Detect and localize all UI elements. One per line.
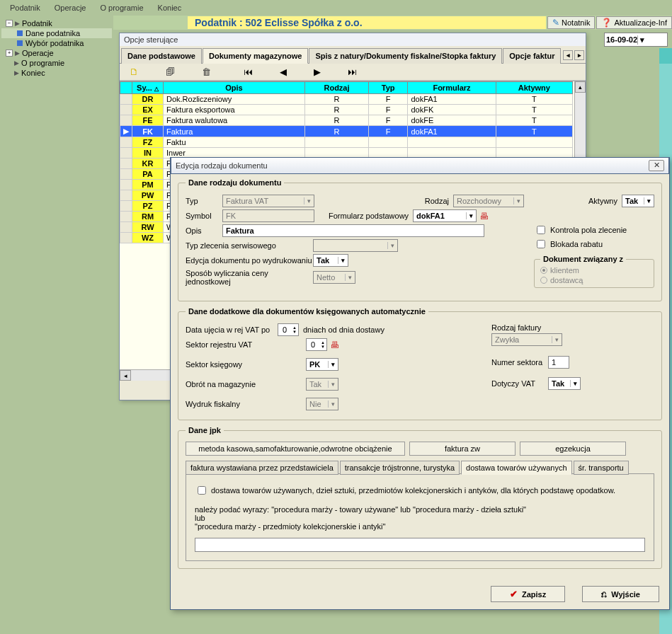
sposob-combo[interactable]: Netto ▾ bbox=[313, 271, 355, 284]
chevron-down-icon[interactable]: ▾ bbox=[345, 274, 352, 281]
menu-operacje[interactable]: Operacje bbox=[47, 1, 93, 14]
obrot-combo[interactable]: Tak ▾ bbox=[306, 378, 338, 391]
chevron-down-icon[interactable]: ▾ bbox=[328, 381, 335, 388]
last-icon[interactable]: ⏭ bbox=[342, 65, 363, 79]
table-row[interactable]: FEFaktura walutowaRFdokFET bbox=[120, 115, 573, 126]
page-title: Podatnik : 502 Eclisse Spółka z o.o. bbox=[188, 16, 546, 29]
typ-combo[interactable]: Faktura VAT ▾ bbox=[222, 195, 314, 207]
typ-zlecenia-combo[interactable]: ▾ bbox=[313, 239, 398, 252]
next-icon[interactable]: ▶ bbox=[308, 65, 326, 79]
tree-operacje[interactable]: + ▶ Operacje bbox=[1, 48, 112, 58]
col-aktywny[interactable]: Aktywny bbox=[496, 82, 572, 94]
jpk-tab-dostawa[interactable]: dostawa towarów używanych bbox=[461, 461, 571, 475]
first-icon[interactable]: ⏮ bbox=[238, 65, 258, 79]
dotyczy-vat-combo[interactable]: Tak ▾ bbox=[548, 377, 581, 390]
edycja-dok-combo[interactable]: Tak ▾ bbox=[313, 254, 348, 267]
scroll-left-icon[interactable]: ◂ bbox=[120, 370, 131, 381]
checkbox-input[interactable] bbox=[198, 486, 206, 495]
checkbox-kontrola[interactable]: Kontrola pola zlecenie bbox=[534, 224, 654, 236]
jpk-btn-faktura-zw[interactable]: faktura zw bbox=[409, 442, 516, 456]
radio-icon bbox=[540, 267, 547, 274]
formularz-combo[interactable]: dokFA1 ▾ bbox=[413, 209, 477, 222]
table-row[interactable]: ▶FKFakturaRFdokFA1T bbox=[120, 126, 573, 137]
expand-icon[interactable]: + bbox=[6, 50, 13, 57]
menu-oprog[interactable]: O programie bbox=[93, 1, 150, 14]
prev-icon[interactable]: ◀ bbox=[274, 65, 292, 79]
sektor-ksiegowy-combo[interactable]: PK ▾ bbox=[306, 358, 338, 371]
tab-scroll-right[interactable]: ▸ bbox=[574, 50, 584, 60]
menu-podatnik[interactable]: Podatnik bbox=[3, 1, 47, 14]
zapisz-button[interactable]: ✔ Zapisz bbox=[491, 586, 565, 602]
table-row[interactable]: EXFaktura eksportowaRFdokFKT bbox=[120, 105, 573, 115]
tree-koniec[interactable]: ▶ Koniec bbox=[1, 68, 112, 78]
close-icon[interactable]: ✕ bbox=[649, 160, 664, 171]
tab-dokumenty-magazynowe[interactable]: Dokumenty magazynowe bbox=[203, 48, 308, 64]
rodzaj-combo[interactable]: Rozchodowy ▾ bbox=[453, 195, 524, 207]
sektor-rejestru-spin[interactable]: ▲▼ bbox=[306, 338, 327, 351]
spin-input[interactable] bbox=[307, 340, 319, 350]
opis-field[interactable]: Faktura bbox=[222, 224, 484, 237]
tree-oprogramie[interactable]: ▶ O programie bbox=[1, 58, 112, 68]
printer-icon[interactable]: 🖶 bbox=[479, 211, 489, 221]
tab-dane-podstawowe[interactable]: Dane podstawowe bbox=[121, 48, 202, 64]
aktualizacje-button[interactable]: ❓ Aktualizacje-Inf bbox=[596, 16, 672, 29]
col-typ[interactable]: Typ bbox=[369, 82, 408, 94]
chevron-down-icon[interactable]: ▾ bbox=[387, 242, 394, 249]
menu-koniec[interactable]: Koniec bbox=[151, 1, 189, 14]
scroll-up-icon[interactable]: ▴ bbox=[575, 81, 586, 93]
symbol-field[interactable]: FK bbox=[222, 209, 314, 222]
data-ujecia-spin[interactable]: ▲▼ bbox=[278, 323, 299, 336]
jpk-tab-transakcje[interactable]: transakcje trójstronne, turystyka bbox=[340, 461, 460, 475]
cell-sym: FK bbox=[132, 126, 164, 137]
collapse-icon[interactable]: − bbox=[6, 20, 13, 27]
numer-sektora-field[interactable]: 1 bbox=[548, 356, 569, 369]
chevron-down-icon[interactable]: ▾ bbox=[552, 336, 559, 343]
tab-scroll-left[interactable]: ◂ bbox=[563, 50, 573, 60]
rodzaj-faktury-combo[interactable]: Zwykła ▾ bbox=[491, 333, 562, 346]
row-marker bbox=[120, 158, 132, 169]
spin-down-icon[interactable]: ▼ bbox=[292, 330, 297, 334]
jpk-btn-metoda[interactable]: metoda kasowa,samofakturowanie,odwrotne … bbox=[186, 442, 405, 456]
col-sym[interactable]: Sy... △ bbox=[132, 82, 164, 94]
aktywny-combo[interactable]: Tak ▾ bbox=[622, 195, 654, 207]
jpk-tab-faktura-wyst[interactable]: faktura wystawiana przez przedstawiciela bbox=[186, 461, 338, 475]
jpk-btn-egzekucja[interactable]: egzekucja bbox=[520, 442, 626, 456]
col-opis[interactable]: Opis bbox=[164, 82, 305, 94]
col-formularz[interactable]: Formularz bbox=[408, 82, 496, 94]
col-rodzaj[interactable]: Rodzaj bbox=[305, 82, 369, 94]
tree-wybor-podatnika[interactable]: Wybór podatnika bbox=[1, 38, 112, 48]
checkbox-blokada[interactable]: Blokada rabatu bbox=[534, 238, 654, 250]
delete-icon[interactable]: 🗑 bbox=[196, 65, 217, 79]
tree-dane-podatnika[interactable]: Dane podatnika bbox=[1, 28, 112, 38]
printer-icon[interactable]: 🖶 bbox=[330, 340, 339, 350]
spin-down-icon[interactable]: ▼ bbox=[321, 345, 325, 349]
date-field[interactable]: 16-09-02 ▾ bbox=[604, 33, 668, 47]
jpk-tab-sr-transportu[interactable]: śr. transportu bbox=[574, 461, 629, 475]
tab-opcje-faktur[interactable]: Opcje faktur bbox=[503, 48, 561, 64]
table-row[interactable]: FZFaktu bbox=[120, 137, 573, 148]
cell-sym: KR bbox=[132, 158, 164, 169]
chevron-down-icon[interactable]: ▾ bbox=[338, 257, 345, 264]
spin-input[interactable] bbox=[278, 325, 291, 335]
tree-podatnik[interactable]: − ▶ Podatnik bbox=[1, 18, 112, 28]
chevron-down-icon[interactable]: ▾ bbox=[513, 197, 520, 204]
wydruk-combo[interactable]: Nie ▾ bbox=[306, 398, 338, 410]
notatnik-button[interactable]: ✎ Notatnik bbox=[547, 16, 595, 29]
chevron-down-icon[interactable]: ▾ bbox=[304, 197, 311, 204]
chevron-down-icon[interactable]: ▾ bbox=[328, 361, 335, 368]
wyjscie-button[interactable]: ⎌ Wyjście bbox=[582, 586, 659, 602]
edit-doc-icon[interactable]: 🗐 bbox=[160, 65, 181, 79]
chevron-down-icon[interactable]: ▾ bbox=[466, 212, 473, 219]
checkbox-input[interactable] bbox=[537, 240, 545, 248]
tab-spis-z-natury[interactable]: Spis z natury/Dokumenty fiskalne/Stopka … bbox=[309, 48, 502, 64]
chevron-down-icon[interactable]: ▾ bbox=[644, 197, 651, 204]
chevron-down-icon[interactable]: ▾ bbox=[637, 35, 644, 45]
radio-label: dostawcą bbox=[550, 276, 583, 284]
jpk-input[interactable] bbox=[195, 538, 645, 552]
checkbox-input[interactable] bbox=[537, 226, 545, 234]
new-doc-icon[interactable]: 🗋 bbox=[124, 65, 144, 79]
checkbox-dostawa[interactable]: dostawa towarów używanych, dzieł sztuki,… bbox=[195, 484, 645, 497]
chevron-down-icon[interactable]: ▾ bbox=[570, 380, 577, 387]
table-row[interactable]: DRDok.RozliczeniowyRFdokFA1T bbox=[120, 94, 573, 105]
chevron-down-icon[interactable]: ▾ bbox=[328, 400, 335, 408]
